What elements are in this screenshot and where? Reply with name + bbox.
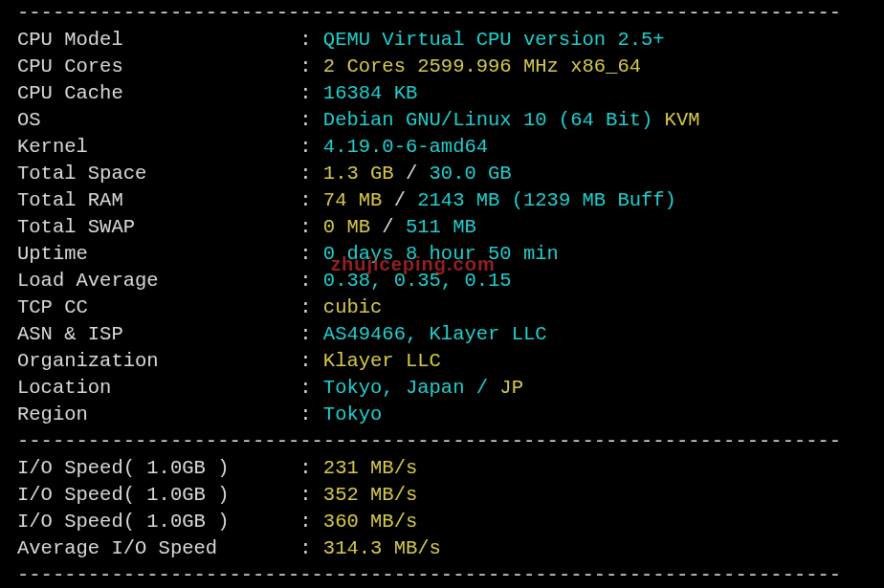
sysinfo-row: Load Average: 0.38, 0.35, 0.15 <box>17 268 867 294</box>
iospeed-label: Average I/O Speed <box>17 535 299 562</box>
separator: : <box>299 214 323 241</box>
iospeed-row: Average I/O Speed: 314.3 MB/s <box>17 535 867 562</box>
separator: : <box>299 107 323 134</box>
sysinfo-label: CPU Cache <box>17 80 299 107</box>
value-part: / <box>406 163 430 185</box>
separator: : <box>299 27 323 54</box>
sysinfo-value: 4.19.0-6-amd64 <box>323 134 867 161</box>
sysinfo-row: Total Space: 1.3 GB / 30.0 GB <box>17 161 867 187</box>
value-part: 231 MB/s <box>323 457 417 479</box>
value-part: 0.38, 0.35, 0.15 <box>323 270 512 292</box>
sysinfo-label: Organization <box>17 348 299 375</box>
sysinfo-value: 2 Cores 2599.996 MHz x86_64 <box>323 54 867 80</box>
sysinfo-label: Load Average <box>17 268 299 294</box>
value-part: 511 MB <box>406 216 476 238</box>
value-part: (1239 MB Buff) <box>512 189 676 211</box>
io-speed-block: I/O Speed( 1.0GB ): 231 MB/sI/O Speed( 1… <box>17 455 867 562</box>
sysinfo-value: Tokyo <box>323 402 867 428</box>
separator: : <box>299 134 323 161</box>
value-part: 2 Cores 2599.996 MHz x86_64 <box>323 55 641 77</box>
value-part: 30.0 GB <box>430 163 512 185</box>
separator: : <box>299 482 323 509</box>
separator: : <box>299 375 323 402</box>
sysinfo-row: CPU Model: QEMU Virtual CPU version 2.5+ <box>17 27 867 54</box>
sysinfo-row: TCP CC: cubic <box>17 294 867 321</box>
iospeed-value: 314.3 MB/s <box>323 535 867 562</box>
value-part: 1.3 GB <box>323 163 406 185</box>
value-part: / <box>382 216 406 238</box>
separator: : <box>299 268 323 294</box>
divider-bottom: ----------------------------------------… <box>17 562 867 588</box>
sysinfo-value: 16384 KB <box>323 80 867 107</box>
value-part: 360 MB/s <box>323 511 417 533</box>
iospeed-value: 352 MB/s <box>323 482 867 509</box>
separator: : <box>299 348 323 375</box>
sysinfo-label: ASN & ISP <box>17 321 299 348</box>
value-part: 0 days 8 hour 50 min <box>323 243 559 265</box>
value-part: Debian GNU/Linux 10 (64 Bit) <box>323 109 665 131</box>
sysinfo-value: AS49466, Klayer LLC <box>323 321 867 348</box>
iospeed-value: 360 MB/s <box>323 509 867 535</box>
iospeed-label: I/O Speed( 1.0GB ) <box>17 482 299 509</box>
value-part: QEMU Virtual CPU version 2.5+ <box>323 29 665 51</box>
separator: : <box>299 455 323 482</box>
separator: : <box>299 187 323 214</box>
sysinfo-value: 74 MB / 2143 MB (1239 MB Buff) <box>323 187 867 214</box>
sysinfo-label: Location <box>17 375 299 402</box>
separator: : <box>299 241 323 268</box>
separator: : <box>299 80 323 107</box>
sysinfo-value: 1.3 GB / 30.0 GB <box>323 161 867 187</box>
value-part: Tokyo, Japan / <box>323 377 500 399</box>
terminal-output: ----------------------------------------… <box>0 0 884 588</box>
value-part: / <box>394 189 418 211</box>
sysinfo-value: 0 MB / 511 MB <box>323 214 867 241</box>
sysinfo-value: Klayer LLC <box>323 348 867 375</box>
separator: : <box>299 402 323 428</box>
value-part: Tokyo <box>323 403 383 425</box>
value-part: 16384 KB <box>323 82 417 104</box>
value-part: JP <box>499 377 523 399</box>
divider-top: ----------------------------------------… <box>17 0 867 27</box>
sysinfo-value: Debian GNU/Linux 10 (64 Bit) KVM <box>323 107 867 134</box>
sysinfo-label: Total SWAP <box>17 214 299 241</box>
separator: : <box>299 535 323 562</box>
system-info-block: CPU Model: QEMU Virtual CPU version 2.5+… <box>17 27 867 428</box>
iospeed-row: I/O Speed( 1.0GB ): 352 MB/s <box>17 482 867 509</box>
iospeed-value: 231 MB/s <box>323 455 867 482</box>
sysinfo-row: ASN & ISP: AS49466, Klayer LLC <box>17 321 867 348</box>
value-part: 314.3 MB/s <box>323 537 441 559</box>
value-part: 4.19.0-6-amd64 <box>323 136 488 158</box>
value-part: KVM <box>665 109 700 131</box>
sysinfo-label: CPU Cores <box>17 54 299 80</box>
sysinfo-row: Total SWAP: 0 MB / 511 MB <box>17 214 867 241</box>
sysinfo-label: CPU Model <box>17 27 299 54</box>
value-part: 0 MB <box>323 216 383 238</box>
value-part: cubic <box>323 296 383 318</box>
sysinfo-value: 0 days 8 hour 50 min <box>323 241 867 268</box>
sysinfo-row: Uptime: 0 days 8 hour 50 min <box>17 241 867 268</box>
value-part: 352 MB/s <box>323 484 417 506</box>
iospeed-row: I/O Speed( 1.0GB ): 360 MB/s <box>17 509 867 535</box>
sysinfo-value: cubic <box>323 294 867 321</box>
value-part: 2143 MB <box>417 189 511 211</box>
sysinfo-label: OS <box>17 107 299 134</box>
iospeed-row: I/O Speed( 1.0GB ): 231 MB/s <box>17 455 867 482</box>
separator: : <box>299 294 323 321</box>
sysinfo-row: Kernel: 4.19.0-6-amd64 <box>17 134 867 161</box>
sysinfo-row: CPU Cache: 16384 KB <box>17 80 867 107</box>
sysinfo-row: Location: Tokyo, Japan / JP <box>17 375 867 402</box>
separator: : <box>299 509 323 535</box>
sysinfo-label: TCP CC <box>17 294 299 321</box>
value-part: Klayer LLC <box>323 350 441 372</box>
sysinfo-value: QEMU Virtual CPU version 2.5+ <box>323 27 867 54</box>
separator: : <box>299 321 323 348</box>
sysinfo-value: Tokyo, Japan / JP <box>323 375 867 402</box>
iospeed-label: I/O Speed( 1.0GB ) <box>17 455 299 482</box>
iospeed-label: I/O Speed( 1.0GB ) <box>17 509 299 535</box>
sysinfo-label: Region <box>17 402 299 428</box>
sysinfo-label: Total Space <box>17 161 299 187</box>
sysinfo-label: Uptime <box>17 241 299 268</box>
separator: : <box>299 54 323 80</box>
sysinfo-value: 0.38, 0.35, 0.15 <box>323 268 867 294</box>
sysinfo-row: Total RAM: 74 MB / 2143 MB (1239 MB Buff… <box>17 187 867 214</box>
